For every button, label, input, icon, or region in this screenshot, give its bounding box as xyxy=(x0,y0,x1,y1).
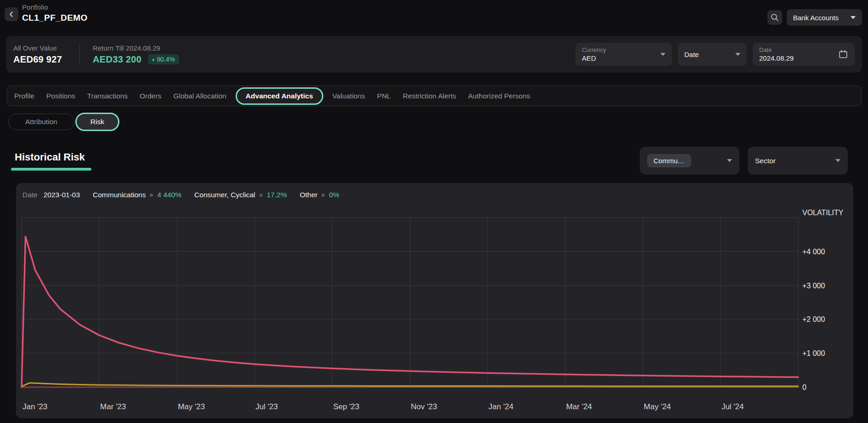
tab-positions[interactable]: Positions xyxy=(46,92,75,100)
date-select[interactable]: Date xyxy=(678,43,747,66)
chevron-left-icon xyxy=(8,11,15,17)
x-tick-label: Jul '23 xyxy=(255,402,278,411)
risk-chart-svg[interactable]: Jan '23Mar '23May '23Jul '23Sep '23Nov '… xyxy=(16,183,853,418)
summary-controls: Currency AED Date Da xyxy=(575,43,855,66)
header-actions: Bank Accounts xyxy=(767,9,862,26)
historical-risk-chart-card: Date 2023-01-03 Communications4 440%Cons… xyxy=(16,183,853,418)
legend-series-name: Communications xyxy=(93,191,146,199)
legend-item-other: Other0% xyxy=(300,191,339,199)
y-tick-label: +4 000 xyxy=(802,248,825,256)
chevron-down-icon xyxy=(660,53,665,56)
date-field-label: Date xyxy=(759,46,794,53)
return-metric: Return Till 2024.08.29 AED33 200 ▴ 90.4% xyxy=(93,44,179,65)
legend-series-value: 4 440% xyxy=(157,191,181,199)
x-tick-label: May '24 xyxy=(644,402,671,411)
return-label: Return Till 2024.08.29 xyxy=(93,44,179,52)
bank-accounts-label: Bank Accounts xyxy=(793,14,839,22)
tab-authorized-persons[interactable]: Authorized Persons xyxy=(468,92,530,100)
legend-series-value: 0% xyxy=(329,191,339,199)
tab-global-allocation[interactable]: Global Allocation xyxy=(173,92,226,100)
chart-legend-items: Communications4 440%Consumer, Cyclical17… xyxy=(93,191,339,199)
x-tick-label: May '23 xyxy=(178,402,205,411)
legend-dot-icon xyxy=(321,194,325,197)
section-title: Historical Risk xyxy=(15,151,85,163)
tab-bar: ProfilePositionsTransactionsOrdersGlobal… xyxy=(6,86,862,106)
section-filters: Commu… Sector xyxy=(640,147,848,175)
legend-date-label: Date xyxy=(23,191,38,199)
x-tick-label: Jan '24 xyxy=(489,402,513,411)
x-tick-label: Nov '23 xyxy=(411,402,437,411)
tab-advanced-analytics[interactable]: Advanced Analytics xyxy=(236,87,323,105)
tab-pnl[interactable]: PNL xyxy=(377,92,391,100)
bank-accounts-select[interactable]: Bank Accounts xyxy=(787,9,862,26)
chevron-down-icon xyxy=(727,159,732,162)
all-over-value-label: All Over Value xyxy=(13,44,62,52)
selected-sector-chip[interactable]: Commu… xyxy=(647,154,691,167)
chevron-down-icon xyxy=(835,159,840,162)
search-button[interactable] xyxy=(767,10,782,25)
tab-restriction-alerts[interactable]: Restriction Alerts xyxy=(403,92,456,100)
tab-profile[interactable]: Profile xyxy=(14,92,34,100)
x-tick-label: Sep '23 xyxy=(333,402,359,411)
tab-transactions[interactable]: Transactions xyxy=(87,92,128,100)
grouping-filter-value: Sector xyxy=(755,157,776,165)
return-change-value: 90.4% xyxy=(157,56,175,63)
return-change-badge: ▴ 90.4% xyxy=(148,54,179,64)
x-tick-label: Jul '24 xyxy=(721,402,744,411)
chart-legend: Date 2023-01-03 Communications4 440%Cons… xyxy=(23,191,339,199)
page-title: CL1_PF_DEMO xyxy=(22,13,88,23)
currency-value: AED xyxy=(582,54,606,62)
divider xyxy=(79,44,80,65)
x-tick-label: Mar '24 xyxy=(566,402,592,411)
chevron-down-icon xyxy=(851,16,856,19)
summary-panel: All Over Value AED69 927 Return Till 202… xyxy=(6,36,862,73)
portfolio-eyebrow: Portfolio xyxy=(22,3,88,11)
legend-series-value: 17.2% xyxy=(267,191,287,199)
x-tick-label: Mar '23 xyxy=(100,402,126,411)
y-tick-label: +3 000 xyxy=(802,282,825,290)
legend-date: Date 2023-01-03 xyxy=(23,191,80,199)
subtab-bar: AttributionRisk xyxy=(8,113,119,131)
currency-label: Currency xyxy=(582,46,606,53)
legend-dot-icon xyxy=(150,194,153,197)
legend-date-value: 2023-01-03 xyxy=(44,191,80,199)
y-tick-label: +2 000 xyxy=(802,315,825,323)
y-axis-title: VOLATILITY xyxy=(802,209,844,217)
calendar-icon xyxy=(838,49,848,59)
header-titles: Portfolio CL1_PF_DEMO xyxy=(22,3,88,23)
sector-value-filter[interactable]: Commu… xyxy=(640,147,739,175)
y-tick-label: 0 xyxy=(802,383,806,391)
legend-dot-icon xyxy=(259,194,263,197)
legend-item-communications: Communications4 440% xyxy=(93,191,181,199)
legend-series-name: Other xyxy=(300,191,318,199)
grouping-filter[interactable]: Sector xyxy=(748,147,848,175)
search-icon xyxy=(770,13,779,22)
chevron-down-icon xyxy=(735,53,740,56)
return-value: AED33 200 xyxy=(93,54,141,65)
arrow-up-icon: ▴ xyxy=(152,57,154,62)
subtab-attribution[interactable]: Attribution xyxy=(8,114,74,130)
tab-orders[interactable]: Orders xyxy=(140,92,161,100)
portfolio-page: Portfolio CL1_PF_DEMO Bank Accounts All … xyxy=(0,0,868,423)
currency-select[interactable]: Currency AED xyxy=(575,43,672,66)
date-field[interactable]: Date 2024.08.29 xyxy=(753,43,855,66)
subtab-risk[interactable]: Risk xyxy=(75,113,119,131)
date-field-value: 2024.08.29 xyxy=(759,54,794,62)
y-tick-label: +1 000 xyxy=(802,349,825,357)
all-over-value-metric: All Over Value AED69 927 xyxy=(13,44,62,65)
tab-valuations[interactable]: Valuations xyxy=(333,92,365,100)
all-over-value: AED69 927 xyxy=(13,54,62,65)
legend-item-consumer-cyclical: Consumer, Cyclical17.2% xyxy=(194,191,287,199)
date-select-label: Date xyxy=(684,51,699,58)
back-button[interactable] xyxy=(5,7,18,21)
legend-series-name: Consumer, Cyclical xyxy=(194,191,255,199)
x-tick-label: Jan '23 xyxy=(23,402,47,411)
